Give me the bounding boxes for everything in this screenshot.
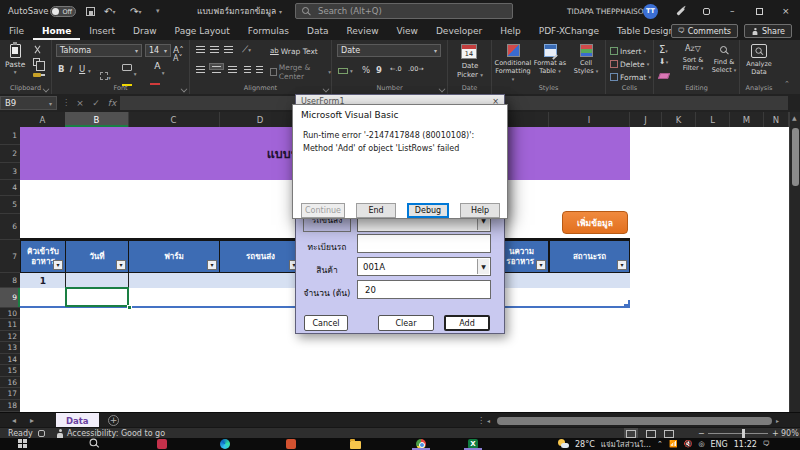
column-header-k[interactable]: K [662, 112, 696, 127]
shrink-font-button[interactable]: A˅ [173, 54, 182, 63]
align-left-icon[interactable] [196, 66, 205, 67]
italic-button[interactable]: I [69, 64, 72, 74]
row-header-17[interactable]: 17 [0, 388, 20, 400]
table-header-truck[interactable]: รถขนส่ง ▾ [219, 240, 302, 273]
save-icon[interactable] [86, 0, 95, 22]
row-headers[interactable]: 123456789101112131415161718 [0, 127, 20, 412]
edge-icon[interactable] [220, 439, 230, 449]
format-as-table-button[interactable]: Format asTable ▾ [532, 44, 568, 75]
clock[interactable]: 11:22 [734, 440, 757, 449]
date-picker-label[interactable]: Date Picker ▾ [448, 62, 492, 80]
plate-input[interactable] [363, 238, 485, 250]
end-button[interactable]: End [356, 203, 396, 218]
column-header-m[interactable]: M [730, 112, 764, 127]
document-title[interactable]: แบบฟอร์มกรอกข้อมูล ▾ [197, 0, 282, 22]
ribbon-tab-file[interactable]: File [0, 22, 33, 40]
minimize-button[interactable]: – [730, 0, 744, 22]
column-header-n[interactable]: N [764, 112, 789, 127]
ribbon-tab-data[interactable]: Data [298, 22, 338, 40]
language-indicator[interactable]: ENG [711, 440, 728, 449]
active-cell-b9[interactable] [65, 287, 129, 307]
bold-button[interactable]: B [58, 64, 64, 74]
filter-button[interactable]: ▾ [207, 260, 217, 270]
row-header-9[interactable]: 9 [0, 288, 20, 308]
row-header-13[interactable]: 13 [0, 342, 20, 354]
tray-expand-icon[interactable]: ⌃ [657, 440, 663, 448]
filter-button[interactable]: ▾ [53, 260, 63, 270]
sheet-nav-right-icon[interactable]: ▸ [30, 413, 34, 428]
row-header-4[interactable]: 4 [0, 180, 20, 196]
orientation-button[interactable]: ⟋▾ [242, 44, 251, 55]
weather-text[interactable]: แจ่มใสส่วนใ... [601, 438, 651, 450]
scroll-up-icon[interactable]: ▲ [792, 114, 797, 121]
add-button[interactable]: Add [444, 315, 490, 331]
undo-icon[interactable]: ↶ ▾ [104, 0, 115, 22]
column-header-a[interactable]: A [20, 112, 66, 127]
ribbon-tab-insert[interactable]: Insert [80, 22, 124, 40]
column-header-c[interactable]: C [128, 112, 220, 127]
user-name[interactable]: TIDAPA THEPPHAISON [567, 0, 649, 22]
sort-filter-button[interactable]: AZ▽ Sort &Filter ▾ [678, 44, 708, 72]
ribbon-tab-view[interactable]: View [388, 22, 427, 40]
qty-field[interactable] [357, 280, 491, 299]
taskbar-app-red-icon[interactable] [157, 439, 167, 449]
filter-button[interactable]: ▾ [116, 260, 126, 270]
temperature[interactable]: 28°C [575, 440, 595, 449]
increase-indent-icon[interactable] [256, 66, 263, 67]
row-header-11[interactable]: 11 [0, 319, 20, 331]
table-resize-handle[interactable] [624, 300, 630, 306]
align-center-icon[interactable] [210, 64, 223, 69]
conditional-formatting-button[interactable]: ConditionalFormatting ▾ [494, 44, 532, 83]
increase-decimal-button[interactable]: ←.0 [390, 65, 402, 73]
row-header-15[interactable]: 15 [0, 365, 20, 377]
column-header-b[interactable]: B [65, 112, 129, 127]
vertical-scrollbar[interactable]: ▲ [789, 112, 800, 412]
format-cells-button[interactable]: Format▾ [610, 71, 651, 83]
comments-button[interactable]: 🗨Comments [671, 24, 738, 38]
filter-button[interactable]: ▾ [617, 260, 627, 270]
number-format-select[interactable]: Date▾ [337, 44, 441, 57]
cancel-entry-icon[interactable]: × [72, 98, 88, 108]
column-header-l[interactable]: L [696, 112, 730, 127]
insert-function-icon[interactable]: fx [104, 98, 120, 108]
cell-a8[interactable]: 1 [20, 273, 66, 288]
collapse-ribbon-icon[interactable]: ⌃ [784, 80, 790, 88]
font-name-select[interactable]: Tahoma▾ [56, 44, 142, 57]
row-header-7[interactable]: 7 [0, 240, 20, 273]
clear-button[interactable]: Clear [378, 315, 434, 331]
help-button[interactable]: Help [460, 203, 500, 218]
column-header-j[interactable]: J [630, 112, 662, 127]
ribbon-display-icon[interactable] [703, 0, 710, 22]
add-data-button[interactable]: เพิ่มข้อมูล [562, 211, 628, 234]
qat-customize-icon[interactable]: ▾ [156, 0, 160, 22]
volume-muted-icon[interactable]: 🔇 [684, 440, 693, 448]
cell-styles-button[interactable]: CellStyles ▾ [570, 44, 602, 75]
filter-button[interactable]: ▾ [536, 260, 546, 270]
product-combobox[interactable]: 001A▼ [357, 257, 491, 276]
copy-button[interactable] [33, 58, 40, 66]
align-middle-icon[interactable] [210, 46, 219, 47]
horizontal-scroll-thumb[interactable] [497, 417, 772, 425]
row-header-6[interactable]: 6 [0, 214, 20, 240]
start-button[interactable] [18, 439, 28, 449]
delete-cells-button[interactable]: Delete▾ [610, 58, 649, 70]
scroll-right-icon[interactable]: ▸ [776, 413, 779, 428]
file-explorer-icon[interactable] [350, 439, 360, 449]
percent-style-button[interactable]: % [362, 65, 370, 75]
row-header-5[interactable]: 5 [0, 196, 20, 214]
plate-field[interactable] [357, 234, 491, 253]
fill-handle[interactable] [127, 305, 132, 310]
weather-icon[interactable] [558, 439, 569, 449]
vertical-scroll-thumb[interactable] [792, 128, 799, 186]
row-header-16[interactable]: 16 [0, 377, 20, 388]
row-header-3[interactable]: 3 [0, 163, 20, 180]
ribbon-tab-developer[interactable]: Developer [427, 22, 491, 40]
column-header-d[interactable]: D [219, 112, 302, 127]
redo-icon[interactable]: ↷ ▾ [130, 0, 141, 22]
date-picker-button[interactable]: 14 [461, 44, 477, 59]
clear-button[interactable] [659, 73, 669, 79]
accounting-format-button[interactable]: ▾ [338, 65, 353, 77]
merge-center-button[interactable]: Merge & Center▾ [270, 66, 331, 78]
align-right-icon[interactable] [228, 66, 237, 67]
avatar[interactable]: TT [643, 0, 658, 22]
